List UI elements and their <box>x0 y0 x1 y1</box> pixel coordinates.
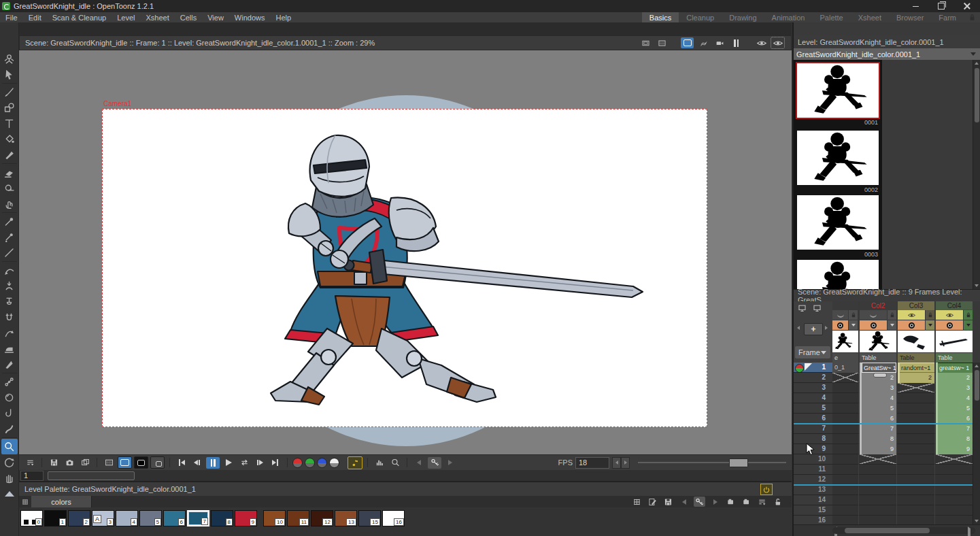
col4-cell[interactable]: 3 <box>938 383 973 393</box>
col4-config-arrow[interactable] <box>964 320 973 330</box>
tool-eraser[interactable] <box>1 165 18 180</box>
camera-stand-view-button[interactable] <box>134 456 148 469</box>
palette-switch-page-right-icon[interactable] <box>741 497 752 507</box>
red-channel-button[interactable] <box>292 458 303 468</box>
scroll-up-icon[interactable] <box>974 363 979 369</box>
col4-cell[interactable]: 9 <box>938 444 973 454</box>
save-button[interactable] <box>47 457 61 469</box>
field-guide-button[interactable] <box>102 457 116 469</box>
preview-eye-icon[interactable] <box>755 37 768 48</box>
menu-cells[interactable]: Cells <box>175 14 202 22</box>
snapshot-compare-button[interactable] <box>78 457 92 469</box>
room-tab-drawing[interactable]: Drawing <box>722 12 764 22</box>
row-number[interactable]: 2 <box>794 373 832 383</box>
subcamera-view-button[interactable] <box>150 456 165 469</box>
col3-lock-toggle[interactable] <box>926 310 934 320</box>
viewer-options-button[interactable] <box>23 457 37 469</box>
level-strip-header[interactable]: Level: GreatSwordKnight_idle_color.0001_… <box>794 35 980 49</box>
col4-cell[interactable]: 4 <box>938 393 973 403</box>
col4-name[interactable]: Col4 <box>936 301 973 310</box>
camera-capture-button[interactable] <box>63 457 76 469</box>
menu-xsheet[interactable]: Xsheet <box>141 14 175 22</box>
col2-cells[interactable]: GreatSw~ 1 2 3 4 5 6 7 8 9 <box>860 363 896 454</box>
xsheet-col1-header-partial[interactable]: e <box>832 301 858 363</box>
level-frame-thumb-0004[interactable] <box>797 260 879 289</box>
col4-cell[interactable]: 5 <box>938 403 973 414</box>
col4-cell[interactable]: 7 <box>938 424 973 434</box>
last-frame-button[interactable] <box>269 457 282 469</box>
palette-swatch-5[interactable]: 5 <box>139 510 162 526</box>
row-number[interactable]: 12 <box>794 475 832 485</box>
minimize-button[interactable] <box>902 0 928 12</box>
palette-swatch-9[interactable]: 9 <box>235 510 257 526</box>
tool-ruler[interactable] <box>1 245 18 261</box>
tool-tracker[interactable] <box>1 390 18 405</box>
previous-frame-button[interactable] <box>190 457 204 469</box>
fps-slider[interactable] <box>638 462 786 463</box>
col2-cell-1-selected[interactable]: GreatSw~ 1 <box>862 363 896 373</box>
col4-render-toggle[interactable] <box>936 320 963 330</box>
col4-cells[interactable]: greatsw~ 1 2 3 4 5 6 7 8 9 <box>936 363 973 454</box>
palette-prev-key-icon[interactable] <box>678 497 690 507</box>
tool-finger[interactable] <box>1 196 18 212</box>
palette-header[interactable]: Level Palette: GreatSwordKnight_idle_col… <box>19 482 792 496</box>
palette-grid-icon[interactable] <box>19 496 31 507</box>
tool-style-picker[interactable] <box>1 214 18 229</box>
palette-swatch-15[interactable]: 15 <box>358 510 381 526</box>
palette-autoapply-toggle[interactable] <box>760 484 773 495</box>
tool-paint-brush[interactable] <box>1 147 18 163</box>
camera-view-icon[interactable] <box>681 37 694 48</box>
palette-swatch-8[interactable]: 8 <box>211 510 233 526</box>
level-strip-scrollbar[interactable] <box>973 60 980 289</box>
pause-preview-icon[interactable] <box>730 37 743 48</box>
tool-rgb-picker[interactable] <box>1 229 18 245</box>
close-button[interactable] <box>954 0 980 12</box>
row-number[interactable]: 10 <box>794 454 832 465</box>
menu-view[interactable]: View <box>202 14 229 22</box>
col2-cell[interactable]: 8 <box>862 434 896 444</box>
palette-key-icon[interactable] <box>694 497 705 507</box>
green-channel-button[interactable] <box>305 458 315 468</box>
col2-eye-toggle[interactable] <box>860 310 887 320</box>
viewer-title-bar[interactable]: Scene: GreatSwordKnight_idle :: Frame: 1… <box>19 35 792 50</box>
tool-bender[interactable] <box>1 325 18 341</box>
histogram-button[interactable] <box>373 457 386 469</box>
row-number[interactable]: 15 <box>794 505 832 516</box>
col3-cell[interactable]: 2 <box>900 373 934 383</box>
next-level-icon[interactable] <box>825 326 828 330</box>
palette-swatch-13[interactable]: 13 <box>335 510 357 526</box>
key-toggle-button[interactable] <box>428 457 441 469</box>
loop-button[interactable] <box>237 457 251 469</box>
scrollbar-thumb[interactable] <box>975 68 979 122</box>
col4-eye-toggle[interactable] <box>936 310 963 320</box>
viewer-canvas[interactable]: Camera1 <box>19 50 792 454</box>
palette-swatch-1[interactable]: 1 <box>44 510 67 526</box>
xsheet-rows[interactable]: 1 2 3 4 5 6 7 8 9 10 11 12 13 14 15 16 0… <box>794 363 980 524</box>
frame-display-dropdown[interactable]: Frame <box>795 346 830 358</box>
col3-cell-1[interactable]: randomt~1 <box>900 363 934 373</box>
col2-cell[interactable]: 3 <box>862 383 896 393</box>
fps-slider-handle[interactable] <box>729 458 748 467</box>
col4-cell-1[interactable]: greatsw~ 1 <box>938 363 973 373</box>
col3-cells[interactable]: randomt~1 2 <box>898 363 934 383</box>
tool-selection[interactable] <box>1 67 18 82</box>
tool-brush[interactable] <box>1 84 18 100</box>
palette-edit-icon[interactable] <box>647 497 658 507</box>
palette-swatch-4[interactable]: 4 <box>116 510 138 526</box>
table-view-toggle-icon[interactable] <box>811 303 823 313</box>
tool-zoom[interactable] <box>1 439 18 454</box>
first-frame-button[interactable] <box>175 457 188 469</box>
blue-channel-button[interactable] <box>317 458 327 468</box>
row-number[interactable]: 11 <box>794 465 832 475</box>
col2-cell[interactable]: 6 <box>862 414 896 424</box>
tool-geometric[interactable] <box>1 100 18 116</box>
menu-help[interactable]: Help <box>270 14 297 22</box>
onion-skin-toggle[interactable] <box>795 364 804 373</box>
tool-animate[interactable] <box>1 51 18 67</box>
row-number[interactable]: 3 <box>794 383 832 393</box>
palette-save-icon[interactable] <box>662 497 674 507</box>
palette-view-mode-icon[interactable] <box>631 497 643 507</box>
scroll-down-icon[interactable] <box>974 518 979 524</box>
tool-control-point-editor[interactable] <box>1 263 18 278</box>
col3-config-arrow[interactable] <box>926 320 934 330</box>
